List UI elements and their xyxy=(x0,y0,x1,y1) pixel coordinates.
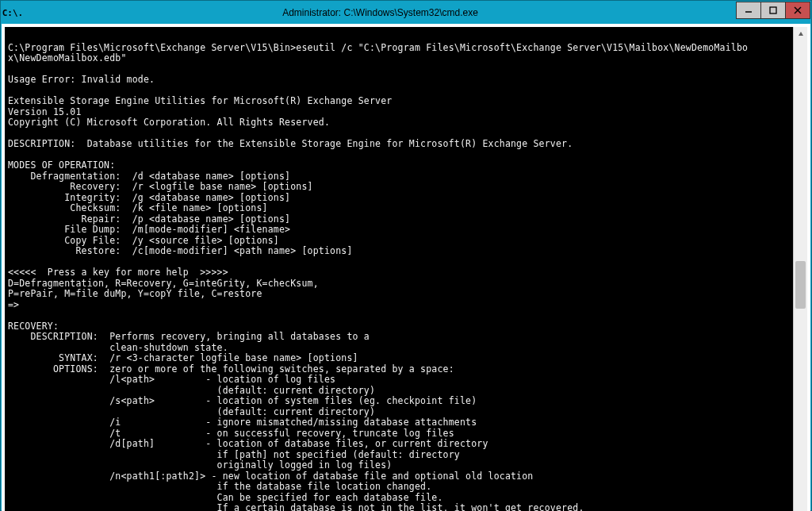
console-container: C:\Program Files\Microsoft\Exchange Serv… xyxy=(5,27,807,511)
client-area: C:\Program Files\Microsoft\Exchange Serv… xyxy=(2,24,810,511)
minimize-button[interactable] xyxy=(736,2,761,19)
scrollbar-thumb[interactable] xyxy=(795,261,806,309)
titlebar[interactable]: C:\. Administrator: C:\Windows\System32\… xyxy=(2,2,810,24)
window-frame: C:\. Administrator: C:\Windows\System32\… xyxy=(0,0,812,511)
svg-rect-1 xyxy=(770,7,776,13)
window-controls xyxy=(737,2,810,19)
scrollbar-track[interactable] xyxy=(794,41,807,511)
vertical-scrollbar[interactable] xyxy=(793,27,807,511)
scroll-up-button[interactable] xyxy=(794,27,807,41)
close-button[interactable] xyxy=(785,2,810,19)
maximize-button[interactable] xyxy=(760,2,786,19)
terminal-output[interactable]: C:\Program Files\Microsoft\Exchange Serv… xyxy=(5,27,793,511)
svg-marker-4 xyxy=(799,32,803,36)
window-title: Administrator: C:\Windows\System32\cmd.e… xyxy=(24,7,737,18)
system-menu-icon[interactable]: C:\. xyxy=(2,2,24,24)
